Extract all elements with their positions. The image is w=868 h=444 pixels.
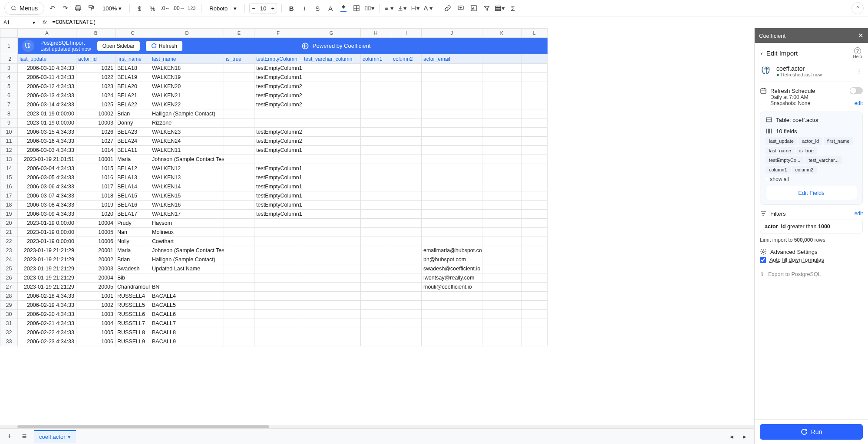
italic-icon[interactable]: I [299,3,310,13]
table-row[interactable]: 11 2006-03-16 4:34:331027BELA24WALKEN24 … [0,137,548,146]
row-header[interactable]: 18 [0,201,18,210]
snapshots-edit-link[interactable]: edit [855,100,863,106]
field-chip[interactable]: is_true [796,147,817,155]
col-header[interactable]: B [76,29,116,38]
row-header[interactable]: 13 [0,155,18,164]
kebab-menu-icon[interactable]: ⋮ [856,68,862,75]
percent-icon[interactable]: % [147,3,158,13]
row-header[interactable]: 19 [0,210,18,219]
text-color-icon[interactable]: A [325,3,336,13]
show-all-link[interactable]: + show all [766,174,857,182]
text-wrap-icon[interactable]: ▾ [410,3,420,13]
font-size-stepper[interactable]: − + [249,3,277,13]
link-icon[interactable] [442,3,453,13]
col-header[interactable]: A [18,29,76,38]
field-header[interactable]: testEmptyColumn [254,54,302,64]
help-button[interactable]: ? Help [853,47,862,59]
redo-icon[interactable]: ↷ [60,3,70,13]
field-chip[interactable]: actor_id [799,137,822,145]
functions-icon[interactable]: Σ [508,3,518,13]
field-chip[interactable]: column2 [792,166,817,174]
row-header[interactable]: 25 [0,264,18,273]
field-header[interactable]: column1 [361,54,391,64]
table-row[interactable]: 24 2023-01-19 21:21:2920002BrianHalligan… [0,255,548,264]
menus-button[interactable]: Menus [4,2,44,15]
table-row[interactable]: 18 2006-03-08 4:34:331019BELA16WALKEN16 … [0,201,548,210]
table-row[interactable]: 9 2023-01-19 0:00:0010003DonnyRizzone [0,118,548,128]
field-header[interactable]: is_true [224,54,254,64]
filter-rule[interactable]: actor_id greater than 1000 [760,220,863,234]
borders-icon[interactable] [351,3,362,13]
col-header[interactable]: F [254,29,302,38]
row-header[interactable]: 7 [0,100,18,109]
row-header[interactable]: 2 [0,54,18,64]
filter-views-icon[interactable]: ▾ [495,3,505,13]
edit-fields-button[interactable]: Edit Fields [766,186,857,200]
table-row[interactable]: 15 2006-03-05 4:34:331016BELA13WALKEN13 … [0,173,548,182]
autofill-checkbox[interactable] [760,257,766,263]
table-row[interactable]: 33 2006-02-23 4:34:331006RUSSELL9BACALL9 [0,337,548,346]
col-header[interactable]: E [224,29,254,38]
font-size-minus[interactable]: − [250,3,257,13]
field-chip[interactable]: test_varchar... [805,156,842,164]
table-row[interactable]: 16 2006-03-06 4:34:331017BELA14WALKEN14 … [0,182,548,191]
grid[interactable]: A B C D E F G H I J K L 1 [0,28,548,346]
table-row[interactable]: 7 2006-03-14 4:34:331025BELA22WALKEN22 t… [0,100,548,109]
row-header[interactable]: 14 [0,164,18,173]
add-sheet-button[interactable]: + [4,431,15,442]
table-row[interactable]: 27 2023-01-19 21:21:2920005ChandramouliB… [0,283,548,292]
row-header[interactable]: 5 [0,82,18,91]
row-header[interactable]: 1 [0,38,18,54]
all-sheets-button[interactable]: ≡ [19,431,30,442]
table-row[interactable]: 5 2006-03-12 4:34:331023BELA20WALKEN20 t… [0,82,548,91]
col-header[interactable]: I [391,29,422,38]
row-header[interactable]: 22 [0,237,18,246]
font-size-plus[interactable]: + [269,3,277,13]
row-header[interactable]: 29 [0,301,18,310]
zoom-select[interactable]: 100%▾ [99,3,125,13]
row-header[interactable]: 15 [0,173,18,182]
table-row[interactable]: 29 2006-02-19 4:34:331002RUSSELL5BACALL5 [0,301,548,310]
table-row[interactable]: 26 2023-01-19 21:21:2920004Bib iwontsay@… [0,273,548,283]
bold-icon[interactable]: B [286,3,297,13]
col-header[interactable]: G [302,29,361,38]
table-row[interactable]: 10 2006-03-15 4:34:331026BELA23WALKEN23 … [0,128,548,137]
back-icon[interactable]: ‹ [761,50,763,57]
row-header[interactable]: 28 [0,292,18,301]
increase-decimal-icon[interactable]: .00→ [173,3,184,13]
formula-input[interactable] [50,19,868,26]
v-align-icon[interactable]: ▾ [397,3,407,13]
field-header[interactable]: last_update [18,54,76,64]
column-header-row[interactable]: A B C D E F G H I J K L [0,29,548,38]
insert-chart-icon[interactable] [469,3,479,13]
col-header[interactable]: C [116,29,150,38]
schedule-toggle[interactable] [850,87,863,94]
table-row[interactable]: 25 2023-01-19 21:21:2920003SwadeshUpdate… [0,264,548,273]
collapse-toolbar-icon[interactable]: ⌃ [851,2,864,14]
table-row[interactable]: 4 2006-03-11 4:34:331022BELA19WALKEN19 t… [0,73,548,82]
row-header[interactable]: 26 [0,273,18,283]
row-header[interactable]: 12 [0,146,18,155]
sheet-tab[interactable]: coeff.actor ▾ [34,430,76,443]
col-header[interactable]: J [422,29,482,38]
paint-format-icon[interactable] [86,3,96,13]
row-header[interactable]: 11 [0,137,18,146]
name-box[interactable]: A1 ▾ [0,20,39,26]
row-header[interactable]: 23 [0,246,18,255]
row-header[interactable]: 24 [0,255,18,264]
close-icon[interactable]: ✕ [858,32,864,39]
field-header[interactable]: actor_email [422,54,482,64]
format-number-icon[interactable]: 123 [186,3,197,13]
print-icon[interactable] [73,3,83,13]
col-header[interactable]: K [482,29,521,38]
table-row[interactable]: 14 2006-03-04 4:34:331015BELA12WALKEN12 … [0,164,548,173]
row-header[interactable]: 17 [0,191,18,201]
field-chip[interactable]: first_name [824,137,853,145]
field-header[interactable]: column2 [391,54,422,64]
table-row[interactable]: 12 2006-03-03 4:34:331014BELA11WALKEN11 … [0,146,548,155]
table-row[interactable]: 30 2006-02-20 4:34:331003RUSSELL6BACALL6 [0,310,548,319]
field-header[interactable]: first_name [116,54,150,64]
field-header[interactable]: actor_id [76,54,116,64]
currency-icon[interactable]: $ [134,3,145,13]
comment-icon[interactable] [455,3,466,13]
